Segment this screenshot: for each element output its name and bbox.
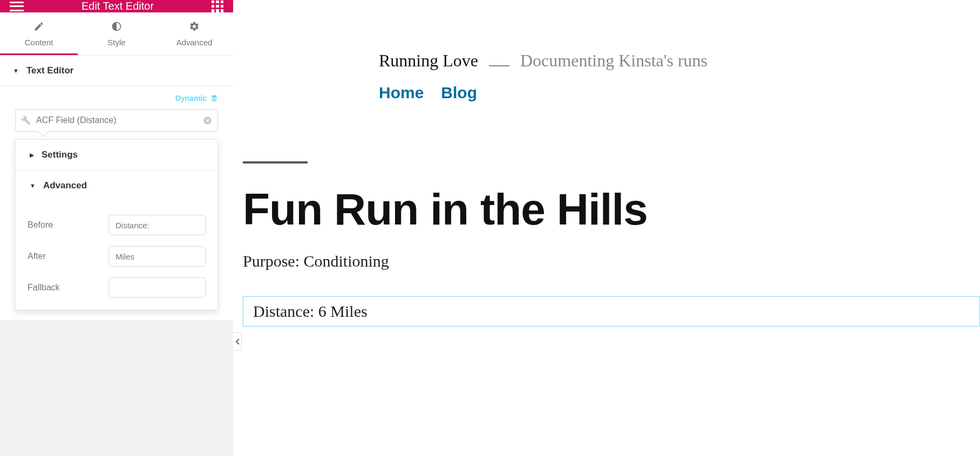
- before-input[interactable]: [108, 215, 206, 235]
- sidebar-spacer: [0, 320, 233, 456]
- nav-blog[interactable]: Blog: [441, 84, 477, 102]
- nav-home[interactable]: Home: [379, 84, 424, 102]
- dynamic-label: Dynamic: [175, 94, 207, 103]
- sidebar-tabs: Content Style Advanced: [0, 12, 233, 56]
- gear-icon: [189, 21, 200, 35]
- pill-label: ACF Field (Distance): [36, 115, 203, 125]
- tab-label: Style: [107, 38, 125, 47]
- grid-icon[interactable]: [212, 1, 223, 12]
- sidebar-header: Edit Text Editor: [0, 0, 233, 12]
- dash-icon: [489, 65, 509, 66]
- caret-down-icon: ▼: [30, 182, 36, 189]
- hamburger-icon[interactable]: [10, 2, 24, 11]
- dynamic-toggle[interactable]: Dynamic: [0, 86, 233, 107]
- collapse-sidebar-button[interactable]: [233, 332, 242, 351]
- database-icon: [210, 94, 218, 102]
- fallback-label: Fallback: [28, 283, 108, 292]
- clear-icon[interactable]: [203, 116, 212, 125]
- tab-label: Content: [25, 38, 53, 47]
- tab-style[interactable]: Style: [78, 12, 155, 55]
- popover-label: Settings: [42, 149, 78, 160]
- title-rule: [243, 161, 308, 164]
- tab-label: Advanced: [176, 38, 213, 47]
- fallback-input[interactable]: [108, 277, 206, 298]
- site-header: Running Love Documenting Kinsta's runs H…: [233, 51, 980, 102]
- popover-settings-header[interactable]: ▶ Settings: [16, 140, 217, 170]
- section-label: Text Editor: [26, 65, 74, 76]
- site-nav: Home Blog: [379, 84, 980, 102]
- after-input[interactable]: [108, 246, 206, 267]
- tab-content[interactable]: Content: [0, 12, 78, 55]
- post-content: Fun Run in the Hills Purpose: Conditioni…: [233, 102, 980, 326]
- popover-label: Advanced: [43, 180, 87, 191]
- section-header-text-editor[interactable]: ▼ Text Editor: [0, 56, 233, 86]
- pencil-icon: [33, 21, 44, 35]
- wrench-icon: [21, 115, 31, 125]
- contrast-icon: [111, 21, 122, 35]
- before-label: Before: [28, 220, 108, 230]
- preview-pane: Running Love Documenting Kinsta's runs H…: [233, 0, 980, 456]
- dynamic-settings-popover: ▶ Settings ▼ Advanced Before After: [15, 139, 218, 310]
- post-title: Fun Run in the Hills: [243, 184, 980, 235]
- after-label: After: [28, 251, 108, 261]
- tab-advanced[interactable]: Advanced: [155, 12, 233, 55]
- distance-widget[interactable]: Distance: 6 Miles: [243, 296, 980, 326]
- site-tagline: Documenting Kinsta's runs: [520, 51, 707, 71]
- site-title: Running Love: [379, 51, 478, 71]
- sidebar-title: Edit Text Editor: [81, 0, 154, 12]
- text-editor-section: ▼ Text Editor: [0, 56, 233, 86]
- popover-advanced-body: Before After Fallback: [16, 201, 217, 310]
- caret-down-icon: ▼: [13, 67, 19, 74]
- caret-right-icon: ▶: [30, 152, 34, 159]
- dynamic-field-pill[interactable]: ACF Field (Distance): [15, 109, 218, 132]
- editor-sidebar: Edit Text Editor Content Style Advanced …: [0, 0, 233, 456]
- post-purpose: Purpose: Conditioning: [243, 252, 980, 270]
- popover-advanced-header[interactable]: ▼ Advanced: [16, 171, 217, 201]
